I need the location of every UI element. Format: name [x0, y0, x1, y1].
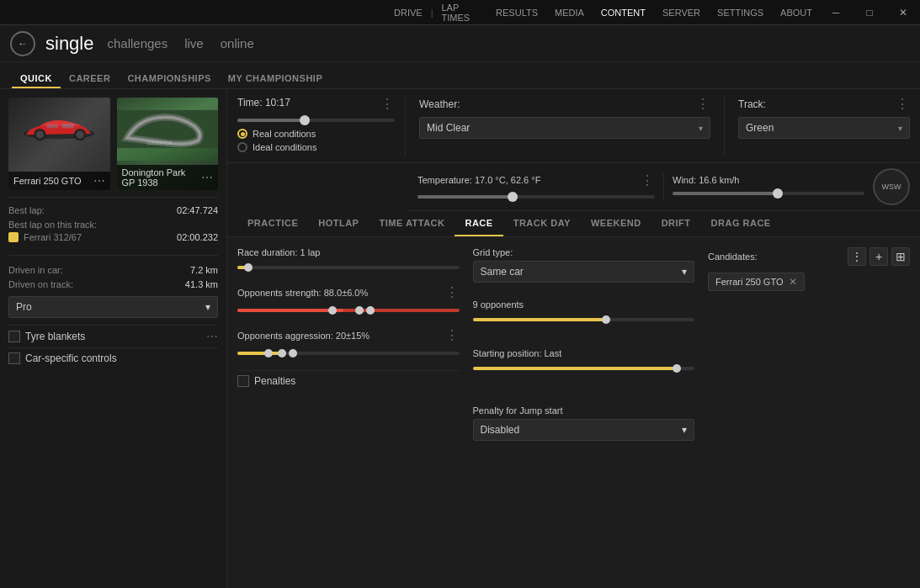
- nav-results[interactable]: RESULTS: [489, 8, 545, 18]
- time-slider-fill: [237, 119, 305, 122]
- opponents-count-slider[interactable]: [473, 318, 695, 321]
- nav-media[interactable]: MEDIA: [548, 8, 591, 18]
- opp-aggression-menu[interactable]: ⋮: [445, 327, 460, 343]
- subnav-my-championship[interactable]: MY CHAMPIONSHIP: [220, 70, 331, 88]
- weather-menu[interactable]: ⋮: [696, 96, 710, 112]
- close-button[interactable]: ✕: [886, 0, 920, 25]
- opp-strength-thumb3[interactable]: [366, 306, 375, 315]
- app-title: single: [45, 33, 93, 55]
- track-title: Track:: [738, 98, 766, 110]
- app-nav: ← single challenges live online: [0, 25, 920, 62]
- real-conditions-radio[interactable]: [237, 129, 247, 139]
- nav-lap-times[interactable]: LAP TIMES: [434, 3, 486, 23]
- tyre-blankets-checkbox[interactable]: [8, 331, 20, 342]
- penalties-checkbox[interactable]: [237, 375, 249, 387]
- track-card-menu[interactable]: ⋯: [201, 171, 213, 184]
- left-sidebar: Ferrari 250 GTO ⋯ DONINGTON Donington Pa…: [0, 89, 227, 588]
- car-controls-checkbox[interactable]: [8, 352, 20, 364]
- nav-settings[interactable]: SETTINGS: [710, 8, 770, 18]
- nav-server[interactable]: SERVER: [656, 8, 707, 18]
- temp-menu[interactable]: ⋮: [641, 172, 655, 188]
- grid-select[interactable]: Same car ▾: [473, 261, 695, 283]
- time-slider-thumb[interactable]: [300, 115, 310, 125]
- radio-dot: [241, 132, 245, 136]
- track-menu[interactable]: ⋮: [896, 96, 910, 112]
- tab-weekend[interactable]: WEEKEND: [581, 211, 651, 236]
- car-card-label: Ferrari 250 GTO ⋯: [8, 172, 110, 190]
- best-lap-row: Best lap: 02:47.724: [8, 205, 218, 215]
- svg-point-4: [76, 130, 83, 138]
- subnav-career[interactable]: CAREER: [61, 70, 119, 88]
- opp-strength-slider[interactable]: [237, 309, 460, 312]
- nav-live[interactable]: live: [184, 36, 204, 50]
- nav-challenges[interactable]: challenges: [107, 36, 168, 50]
- time-slider[interactable]: [237, 119, 395, 122]
- wind-slider-thumb[interactable]: [773, 188, 783, 199]
- starting-thumb[interactable]: [673, 364, 681, 373]
- maximize-button[interactable]: □: [853, 0, 886, 25]
- opponents-thumb[interactable]: [602, 315, 610, 324]
- subnav-championships[interactable]: CHAMPIONSHIPS: [119, 70, 219, 88]
- track-section: Track: ⋮ Green ▾: [725, 96, 910, 156]
- tab-drag-race[interactable]: DRAG RACE: [701, 211, 781, 236]
- opp-strength-thumb2[interactable]: [355, 306, 364, 315]
- ideal-conditions-radio[interactable]: [237, 142, 247, 152]
- starting-slider[interactable]: [473, 367, 695, 370]
- candidate-remove[interactable]: ✕: [789, 276, 797, 288]
- tab-hotlap[interactable]: HOTLAP: [308, 211, 369, 236]
- cand-menu-btn[interactable]: ⋮: [848, 247, 866, 266]
- candidate-name: Ferrari 250 GTO: [715, 277, 784, 287]
- cand-grid-btn[interactable]: ⊞: [891, 247, 910, 266]
- opp-strength-thumb1[interactable]: [328, 306, 337, 315]
- race-col-left: Race duration: 1 lap Opponents strength:…: [237, 247, 460, 578]
- back-button[interactable]: ←: [10, 31, 35, 56]
- tab-track-day[interactable]: TRACK DAY: [503, 211, 581, 236]
- race-duration-label: Race duration: 1 lap: [237, 247, 460, 257]
- opponents-fill: [473, 318, 606, 321]
- car-card-menu[interactable]: ⋯: [93, 174, 105, 188]
- compass-label: WSW: [882, 183, 901, 191]
- opp-strength-menu[interactable]: ⋮: [445, 284, 460, 300]
- opp-aggression-thumb3[interactable]: [289, 349, 297, 358]
- driven-car-row: Driven in car: 7.2 km: [8, 265, 218, 275]
- tab-practice[interactable]: PRACTICE: [237, 211, 308, 236]
- opp-aggression-thumb2[interactable]: [278, 349, 286, 358]
- wind-slider[interactable]: [673, 192, 864, 195]
- temp-slider-thumb[interactable]: [508, 192, 518, 202]
- opp-aggression-slider[interactable]: [237, 352, 460, 355]
- time-menu[interactable]: ⋮: [380, 96, 395, 112]
- opponents-count-row: 9 opponents: [473, 299, 695, 326]
- jump-start-select[interactable]: Disabled ▾: [473, 419, 695, 441]
- opp-aggression-label: Opponents aggression: 20±15%: [237, 331, 370, 341]
- tab-drift[interactable]: DRIFT: [651, 211, 701, 236]
- cand-add-btn[interactable]: +: [869, 247, 888, 266]
- opponents-aggression-row: Opponents aggression: 20±15% ⋮: [237, 327, 460, 360]
- main-area: Ferrari 250 GTO ⋯ DONINGTON Donington Pa…: [0, 89, 920, 588]
- nav-about[interactable]: ABOUT: [774, 8, 819, 18]
- compass: WSW: [873, 168, 910, 205]
- track-select[interactable]: Green ▾: [738, 117, 910, 139]
- opp-aggression-thumb1[interactable]: [264, 349, 273, 358]
- candidates-label: Candidates:: [708, 252, 758, 262]
- weather-select[interactable]: Mid Clear ▾: [419, 117, 710, 139]
- track-card[interactable]: DONINGTON Donington Park GP 1938 ⋯: [117, 98, 219, 190]
- tab-race[interactable]: RACE: [455, 211, 503, 236]
- tab-time-attack[interactable]: TIME ATTACK: [369, 211, 455, 236]
- nav-online[interactable]: online: [221, 36, 254, 50]
- car-card[interactable]: Ferrari 250 GTO ⋯: [8, 98, 110, 190]
- pro-select[interactable]: Pro ▾: [8, 296, 218, 318]
- title-bar-controls: ─ □ ✕: [819, 0, 920, 25]
- nav-drive[interactable]: DRIVE: [387, 8, 429, 18]
- subnav-quick[interactable]: QUICK: [12, 70, 61, 88]
- tyre-blankets-menu[interactable]: ⋯: [206, 330, 218, 343]
- sub-nav: QUICK CAREER CHAMPIONSHIPS MY CHAMPIONSH…: [0, 62, 920, 89]
- race-duration-slider[interactable]: [237, 266, 460, 269]
- opponents-count: 9 opponents: [473, 299, 695, 310]
- wind-value: 16.6 km/h: [699, 175, 739, 185]
- duration-thumb[interactable]: [244, 263, 253, 272]
- nav-content[interactable]: CONTENT: [594, 8, 652, 18]
- temp-wind-row: Temperature: 17.0 °C, 62.6 °F ⋮ Wind: 16…: [407, 163, 920, 211]
- minimize-button[interactable]: ─: [819, 0, 853, 25]
- best-lap-section: Best lap: 02:47.724 Best lap on this tra…: [8, 197, 218, 248]
- temp-slider[interactable]: [417, 195, 655, 199]
